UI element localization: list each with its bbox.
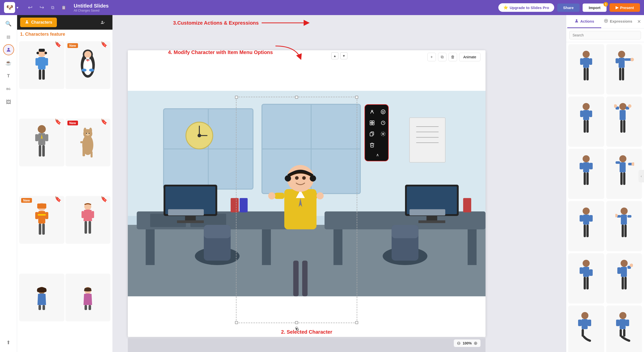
list-item[interactable] [568, 201, 604, 251]
annotation-4-arrow-icon [275, 45, 306, 60]
tab-actions[interactable]: Actions [567, 15, 601, 28]
upgrade-button[interactable]: ⭐ Upgrade to Slides Pro [498, 3, 554, 12]
svg-rect-8 [45, 58, 48, 66]
context-menu-layout-button[interactable] [368, 118, 377, 127]
svg-rect-203 [624, 277, 627, 289]
svg-point-133 [382, 133, 384, 135]
svg-rect-82 [262, 229, 271, 265]
character-pose-figure [614, 49, 634, 89]
context-menu-settings-button[interactable] [379, 129, 388, 138]
share-button[interactable]: Share [557, 4, 580, 12]
expressions-tab-label: Expressions [610, 19, 632, 23]
slide-nav-up[interactable]: ▲ [331, 52, 338, 59]
characters-tab-button[interactable]: Characters [20, 18, 57, 27]
svg-rect-112 [274, 193, 284, 199]
sidebar-icons: 🔍 ▤ ☕ T BG 🖼 ⬆ [0, 15, 17, 352]
svg-point-2 [102, 21, 103, 22]
annotation-1-text: 1. Characters feature [20, 32, 65, 37]
svg-rect-47 [38, 214, 46, 216]
undo-button[interactable]: ↩ [26, 3, 34, 12]
tab-expressions[interactable]: Expressions [601, 15, 635, 28]
svg-rect-202 [622, 277, 624, 289]
list-item[interactable] [65, 274, 111, 321]
slide-thumbnail-strip [128, 338, 486, 352]
slide-nav-down[interactable]: ▼ [340, 52, 347, 59]
sidebar-item-images[interactable]: 🖼 [3, 96, 14, 108]
add-item-button[interactable]: + [427, 53, 436, 61]
add-character-tab-button[interactable] [96, 18, 109, 27]
right-panel-close-button[interactable]: ✕ [635, 18, 643, 26]
svg-rect-196 [586, 277, 589, 289]
context-menu-actions-button[interactable] [368, 107, 377, 116]
present-button[interactable]: ▶ Present [610, 3, 640, 12]
characters-grid: 🔖 New 🔖 [17, 39, 112, 352]
list-item[interactable] [606, 306, 642, 352]
list-item[interactable]: 🔖 [19, 41, 64, 89]
redo-button[interactable]: ↪ [37, 3, 46, 12]
svg-rect-35 [91, 151, 93, 158]
right-panel-search-input[interactable] [569, 31, 641, 39]
list-item[interactable] [568, 96, 604, 147]
list-item[interactable]: New 🔖 [65, 41, 111, 89]
list-item[interactable] [606, 44, 642, 94]
character-pose-figure [614, 154, 634, 194]
list-item[interactable] [568, 253, 604, 304]
svg-rect-98 [418, 220, 445, 223]
context-menu-layers-button[interactable] [379, 118, 388, 127]
sidebar-item-props[interactable]: ☕ [3, 57, 14, 68]
svg-rect-150 [622, 68, 624, 80]
sidebar-item-characters[interactable] [3, 44, 14, 55]
context-menu-copy-button[interactable] [368, 129, 377, 138]
animate-button[interactable]: Animate [459, 53, 480, 61]
list-item[interactable] [606, 253, 642, 304]
duplicate-item-button[interactable]: ⧉ [438, 53, 447, 61]
import-notification-badge: 1 [603, 2, 608, 7]
zoom-out-button[interactable]: ⊖ [457, 340, 461, 346]
copy-button[interactable]: ⧉ [49, 4, 56, 11]
list-item[interactable]: New 🔖 [65, 119, 111, 166]
sidebar-item-search[interactable]: 🔍 [3, 18, 14, 29]
svg-point-23 [38, 125, 46, 133]
list-item[interactable] [19, 274, 64, 321]
svg-rect-6 [38, 57, 46, 70]
character-pose-figure [579, 102, 594, 142]
bookmark-icon: 🔖 [55, 196, 61, 203]
character-pose-figure [614, 102, 634, 142]
svg-rect-9 [39, 70, 41, 80]
sidebar-item-slides[interactable]: ▤ [3, 31, 14, 42]
annotation-4-container: 4. Modify Character with Item Menu Optio… [168, 45, 306, 60]
delete-item-button[interactable]: 🗑 [449, 53, 457, 61]
import-button[interactable]: Import 1 [583, 4, 607, 12]
list-item[interactable] [606, 96, 642, 147]
zoom-in-button[interactable]: ⊕ [474, 340, 477, 346]
svg-rect-58 [89, 305, 91, 310]
sidebar-item-background[interactable]: BG [3, 83, 14, 94]
svg-point-119 [285, 175, 291, 182]
title-area: Untitled Slides All Changes Saved [74, 3, 498, 12]
list-item[interactable]: New 🔖 [19, 196, 64, 244]
context-menu-expand-button[interactable]: ∧ [368, 152, 388, 158]
svg-point-134 [576, 19, 577, 21]
list-item[interactable] [606, 201, 642, 251]
list-item[interactable]: 🔖 [65, 196, 111, 244]
sidebar-item-upload[interactable]: ⬆ [3, 337, 14, 348]
slide-canvas[interactable]: ↻ [128, 50, 486, 337]
context-menu-delete-button[interactable] [368, 140, 377, 149]
annotation-3-container: 3.Customize Actions & Expressions [173, 19, 312, 27]
context-menu-expressions-button[interactable] [379, 107, 388, 116]
svg-rect-169 [584, 172, 586, 185]
list-item[interactable] [606, 149, 642, 199]
list-item[interactable] [568, 149, 604, 199]
paste-button[interactable]: 📋 [59, 4, 68, 11]
svg-point-171 [619, 155, 626, 162]
list-item[interactable] [568, 306, 604, 352]
actions-tab-label: Actions [580, 19, 594, 23]
list-item[interactable]: 🔖 [19, 119, 64, 166]
logo-dropdown[interactable]: ▾ [17, 6, 18, 10]
app-logo[interactable]: 🐶 [4, 2, 15, 13]
document-title[interactable]: Untitled Slides [74, 3, 498, 9]
sidebar-item-text[interactable]: T [3, 70, 14, 81]
svg-rect-29 [42, 145, 45, 157]
list-item[interactable] [568, 44, 604, 94]
svg-rect-103 [204, 225, 231, 238]
